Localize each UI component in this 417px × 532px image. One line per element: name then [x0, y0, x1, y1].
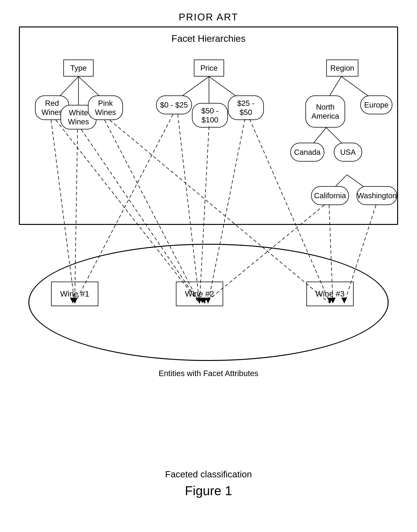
footer: Faceted classification Figure 1: [0, 469, 417, 498]
pink-wines-node: Pink Wines: [88, 95, 123, 120]
price-node: Price: [194, 60, 224, 77]
region-node: Region: [326, 60, 358, 77]
facet-box-title: Facet Hierarchies: [20, 27, 397, 44]
type-node: Type: [63, 60, 94, 77]
price-50-100-node: $50 - $100: [192, 103, 228, 128]
wine2-node: Wine #2: [176, 281, 223, 306]
prior-art-title: PRIOR ART: [0, 0, 417, 23]
canada-node: Canada: [290, 143, 324, 161]
usa-node: USA: [334, 143, 362, 161]
entities-area: Entities with Facet Attributes Wine #1 W…: [19, 244, 398, 376]
price-25-50-node: $25 - $50: [228, 95, 264, 120]
footer-caption: Faceted classification: [0, 469, 417, 480]
washington-node: Washington: [356, 186, 397, 205]
facet-box: Facet Hierarchies: [19, 26, 398, 225]
price-0-25-node: $0 - $25: [156, 95, 192, 114]
footer-figure: Figure 1: [0, 483, 417, 498]
entities-label: Entities with Facet Attributes: [19, 369, 398, 378]
main-container: Facet Hierarchies: [19, 26, 398, 494]
wine1-node: Wine #1: [51, 281, 98, 306]
north-america-node: North America: [305, 95, 345, 128]
page-wrapper: PRIOR ART Facet Hierarchies: [0, 0, 417, 532]
europe-node: Europe: [360, 95, 392, 114]
wine3-node: Wine #3: [306, 281, 354, 306]
california-node: California: [311, 186, 349, 205]
